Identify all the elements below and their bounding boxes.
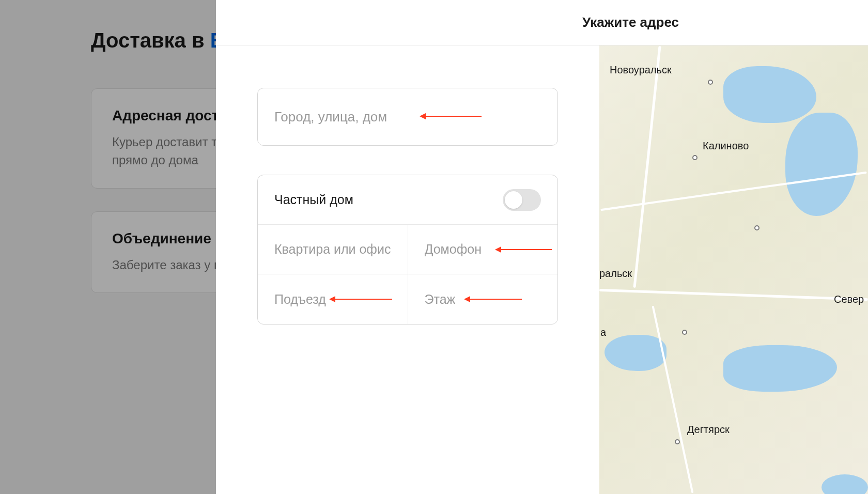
map-city-label: Дегтярск — [687, 424, 730, 436]
map-water — [785, 113, 858, 216]
map-city-label: Калиново — [703, 140, 749, 152]
modal-header: Укажите адрес — [216, 0, 868, 45]
map-city-marker — [754, 225, 760, 230]
map-water — [605, 335, 667, 371]
address-details-card: Частный дом — [257, 175, 558, 325]
toggle-knob — [505, 191, 522, 209]
intercom-input[interactable] — [408, 225, 558, 274]
private-house-row: Частный дом — [258, 175, 557, 225]
map-city-label: Новоуральск — [610, 64, 672, 76]
entrance-cell — [258, 274, 408, 324]
map-road — [652, 306, 694, 493]
map-road — [599, 289, 868, 301]
floor-input[interactable] — [408, 274, 558, 324]
modal-body: Частный дом — [216, 45, 868, 494]
floor-cell — [408, 274, 558, 324]
private-house-label: Частный дом — [274, 192, 353, 207]
map-water — [723, 66, 816, 123]
map[interactable]: НовоуральскКалиноворальскСевераДегтярск — [599, 45, 868, 494]
private-house-toggle[interactable] — [503, 189, 541, 211]
entrance-input[interactable] — [258, 274, 408, 324]
map-city-marker — [692, 155, 698, 160]
map-water — [822, 474, 868, 494]
apartment-input[interactable] — [258, 225, 408, 274]
intercom-cell — [408, 225, 558, 274]
map-road — [633, 46, 661, 288]
map-city-marker — [682, 330, 687, 335]
map-city-label: ральск — [599, 268, 632, 280]
details-row-1 — [258, 225, 557, 274]
map-city-marker — [708, 80, 713, 85]
details-row-2 — [258, 274, 557, 324]
address-input[interactable] — [257, 88, 558, 146]
address-form: Частный дом — [216, 45, 599, 494]
modal-title: Укажите адрес — [582, 14, 679, 30]
address-input-wrap — [257, 88, 558, 175]
address-modal: Укажите адрес Частный дом — [216, 0, 868, 494]
annotation-arrow-icon — [421, 116, 482, 117]
map-city-label: а — [600, 327, 606, 338]
map-city-marker — [675, 439, 680, 444]
apartment-cell — [258, 225, 408, 274]
map-city-label: Север — [834, 294, 864, 305]
map-water — [723, 345, 837, 392]
